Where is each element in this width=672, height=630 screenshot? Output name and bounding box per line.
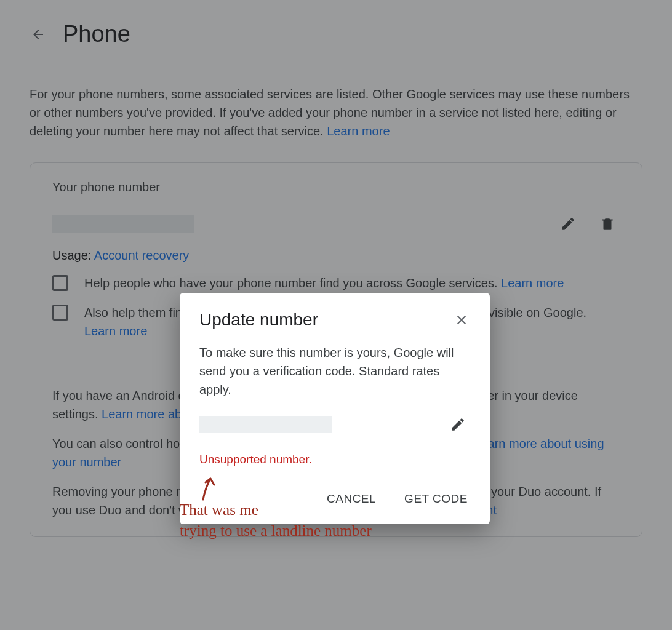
- pencil-icon: [450, 417, 466, 433]
- close-icon: [454, 313, 469, 327]
- dialog-body: To make sure this number is yours, Googl…: [199, 343, 470, 399]
- dialog-title: Update number: [199, 310, 318, 330]
- dialog-edit-button[interactable]: [446, 412, 470, 437]
- update-number-dialog: Update number To make sure this number i…: [180, 293, 490, 524]
- page-root: Phone For your phone numbers, some assoc…: [0, 0, 672, 630]
- dialog-error: Unsupported number.: [199, 453, 470, 466]
- get-code-button[interactable]: GET CODE: [402, 488, 470, 509]
- dialog-number-redacted: [199, 416, 332, 433]
- dialog-input-row: [199, 412, 470, 437]
- cancel-button[interactable]: CANCEL: [324, 488, 378, 509]
- dialog-close-button[interactable]: [453, 311, 470, 329]
- dialog-actions: CANCEL GET CODE: [199, 488, 470, 509]
- dialog-header: Update number: [199, 310, 470, 330]
